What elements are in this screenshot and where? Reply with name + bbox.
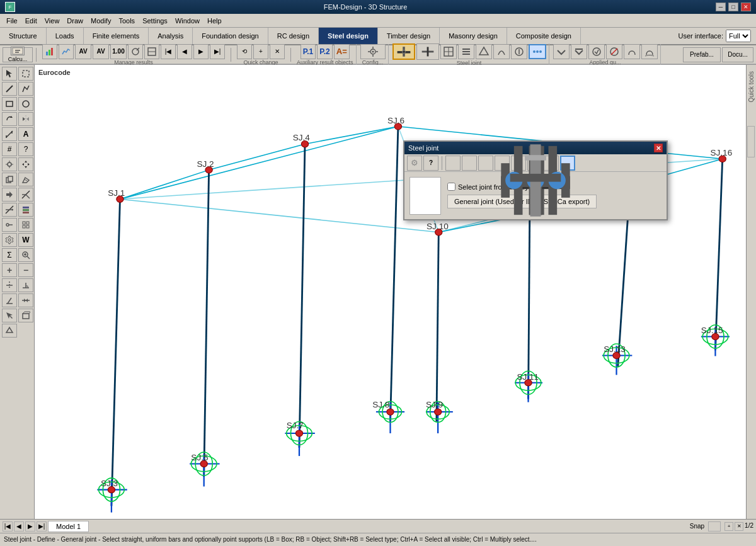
- menu-help[interactable]: Help: [203, 16, 226, 26]
- result-btn7[interactable]: [144, 44, 159, 59]
- tool-copy[interactable]: [2, 173, 17, 186]
- tool-w[interactable]: W: [18, 233, 33, 247]
- tool-move[interactable]: [18, 157, 33, 171]
- tool-sigma[interactable]: Σ: [2, 248, 17, 262]
- tool-pointer2[interactable]: [2, 309, 17, 322]
- tool-box[interactable]: [18, 309, 33, 322]
- tool-text[interactable]: A: [18, 127, 33, 141]
- tab-loads[interactable]: Loads: [47, 28, 84, 44]
- aux-p1[interactable]: P.1: [301, 44, 316, 59]
- tool-split[interactable]: [2, 278, 17, 292]
- tool-extend[interactable]: [2, 203, 17, 217]
- sj-tool4[interactable]: [493, 44, 510, 59]
- sj-dots[interactable]: [529, 44, 546, 59]
- prefab-btn[interactable]: Prefab...: [683, 47, 721, 62]
- result-btn3[interactable]: AV: [75, 44, 91, 59]
- config-btn[interactable]: [360, 44, 386, 59]
- tab-rc-design[interactable]: RC design: [268, 28, 319, 44]
- tool-line[interactable]: [2, 82, 17, 96]
- menu-window[interactable]: Window: [171, 16, 203, 26]
- result-btn5[interactable]: 1.00: [110, 44, 127, 59]
- tab-steel-design[interactable]: Steel design: [319, 28, 378, 44]
- tool-snap[interactable]: [2, 157, 17, 171]
- menu-draw[interactable]: Draw: [63, 16, 87, 26]
- tool-rotate[interactable]: [2, 112, 17, 126]
- calculate-btn[interactable]: Calcu...: [3, 47, 33, 62]
- more-btn2[interactable]: [571, 44, 587, 59]
- tab-finite-elements[interactable]: Finite elements: [84, 28, 149, 44]
- more-btn4[interactable]: [606, 44, 622, 59]
- tool-mirror[interactable]: [18, 112, 33, 126]
- tool-section[interactable]: [18, 293, 33, 307]
- tool-plus[interactable]: +: [2, 263, 17, 277]
- tool-snap2[interactable]: [2, 324, 17, 338]
- menu-edit[interactable]: Edit: [21, 16, 41, 26]
- sj-tool1[interactable]: [440, 44, 457, 59]
- tool-trim[interactable]: [18, 188, 33, 202]
- tool-select[interactable]: [18, 67, 33, 81]
- sj-type1[interactable]: [392, 43, 415, 60]
- tool-zoom-in[interactable]: [18, 248, 33, 262]
- menu-modify[interactable]: Modify: [87, 16, 115, 26]
- more-btn3[interactable]: [588, 44, 605, 59]
- sj-tool3[interactable]: [476, 44, 492, 59]
- nav-start[interactable]: |◀: [161, 44, 176, 59]
- tool-perpendicular[interactable]: [18, 278, 33, 292]
- nav-prev[interactable]: ◀: [177, 44, 192, 59]
- tab-analysis[interactable]: Analysis: [149, 28, 193, 44]
- tool-arrow[interactable]: [2, 188, 17, 202]
- menu-file[interactable]: File: [3, 16, 21, 26]
- result-btn2[interactable]: [59, 44, 74, 59]
- nav-end[interactable]: ▶|: [210, 44, 225, 59]
- tab-composite-design[interactable]: Composite design: [507, 28, 581, 44]
- tool-minus[interactable]: −: [18, 263, 33, 277]
- more-btn5[interactable]: [624, 44, 640, 59]
- tool-measure[interactable]: [2, 127, 17, 141]
- sj-tool5[interactable]: [511, 44, 527, 59]
- tool-angle[interactable]: [2, 293, 17, 307]
- nav-next[interactable]: ▶: [193, 44, 209, 59]
- more-btn1[interactable]: [553, 44, 570, 59]
- menu-settings[interactable]: Settings: [139, 16, 171, 26]
- model-tab-1[interactable]: Model 1: [48, 521, 89, 532]
- tab-masonry-design[interactable]: Masonry design: [440, 28, 507, 44]
- minimize-btn[interactable]: ─: [716, 3, 726, 11]
- sj-type2[interactable]: [416, 43, 439, 60]
- tool-pointer[interactable]: [2, 67, 17, 81]
- tool-property[interactable]: [2, 218, 17, 232]
- result-btn1[interactable]: [42, 44, 57, 59]
- tool-question[interactable]: ?: [18, 142, 33, 156]
- result-btn6[interactable]: [128, 44, 143, 59]
- tool-rect[interactable]: [2, 97, 17, 111]
- qc-btn1[interactable]: ⟲: [237, 44, 252, 59]
- qc-btn2[interactable]: +: [253, 44, 268, 59]
- nav-last-tab[interactable]: ▶|: [37, 521, 47, 532]
- coord-btn2[interactable]: ✕: [735, 522, 743, 531]
- tool-settings[interactable]: [2, 233, 17, 247]
- snap-btn[interactable]: [708, 521, 721, 532]
- tool-erase[interactable]: [18, 173, 33, 186]
- sj-tool2[interactable]: [458, 44, 474, 59]
- tool-hash[interactable]: #: [2, 142, 17, 156]
- tab-foundation-design[interactable]: Foundation design: [193, 28, 268, 44]
- nav-prev-tab[interactable]: ◀: [14, 521, 24, 532]
- menu-view[interactable]: View: [41, 16, 64, 26]
- tab-structure[interactable]: Structure: [0, 28, 47, 44]
- qc-btn3[interactable]: ✕: [270, 44, 285, 59]
- maximize-btn[interactable]: □: [728, 3, 738, 11]
- tool-grid[interactable]: [18, 218, 33, 232]
- tool-polyline[interactable]: [18, 82, 33, 96]
- viewport[interactable]: SJ.1 SJ.2 SJ.3 SJ.4 SJ.5 SJ.6 SJ.7 SJ.8 …: [35, 65, 746, 519]
- tool-layers[interactable]: [18, 203, 33, 217]
- tool-circle[interactable]: [18, 97, 33, 111]
- result-btn4[interactable]: AV: [93, 44, 109, 59]
- nav-first-tab[interactable]: |◀: [3, 521, 13, 532]
- more-btn6[interactable]: [641, 44, 658, 59]
- menu-tools[interactable]: Tools: [115, 16, 139, 26]
- tab-timber-design[interactable]: Timber design: [378, 28, 440, 44]
- quick-tool-1[interactable]: [747, 126, 755, 157]
- coord-btn1[interactable]: +: [724, 522, 733, 531]
- aux-p2[interactable]: P.2: [317, 44, 332, 59]
- nav-next-tab[interactable]: ▶: [25, 521, 35, 532]
- aux-a[interactable]: A=: [334, 44, 350, 59]
